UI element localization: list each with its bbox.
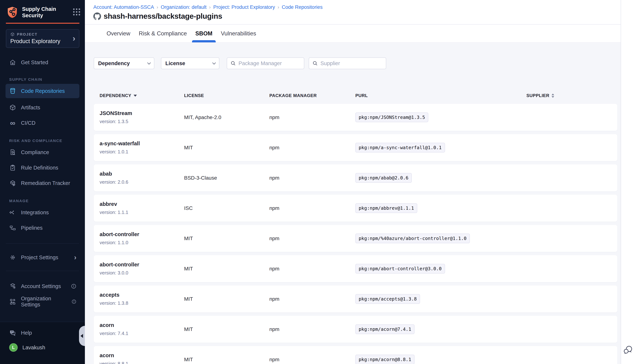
package-manager-search-input[interactable]: [239, 60, 301, 66]
purl-chip: pkg:npm/JSONStream@1.3.5: [355, 112, 428, 122]
breadcrumb-account[interactable]: Account: Automation-SSCA: [93, 4, 154, 10]
filter-bar: Dependency License: [94, 58, 621, 69]
dependency-cell: abort-controller version: 3.0.0: [100, 262, 184, 276]
sidebar-item-compliance[interactable]: Compliance: [0, 145, 85, 160]
sidebar-item-rule-definitions[interactable]: Rule Definitions: [0, 160, 85, 175]
sidebar-item-pipelines[interactable]: Pipelines: [0, 221, 85, 235]
brand: Supply Chain Security: [0, 0, 85, 19]
app-title: Supply Chain Security: [22, 6, 73, 19]
pipelines-icon: [9, 224, 16, 231]
dependency-version: version: 1.3.8: [100, 300, 184, 306]
dependency-name: JSONStream: [100, 110, 184, 116]
dependency-version: version: 1.1.0: [100, 240, 184, 246]
app-switcher-grid-icon[interactable]: [73, 8, 80, 16]
title-row: shash-harness/backstage-plugins: [93, 12, 621, 20]
sidebar-collapse-handle[interactable]: [79, 326, 85, 346]
sidebar-item-remediation-tracker[interactable]: Remediation Tracker: [0, 176, 85, 190]
breadcrumb-separator: ›: [278, 4, 279, 10]
license-cell: MIT: [184, 145, 269, 151]
dependency-cell: a-sync-waterfall version: 1.0.1: [100, 140, 184, 155]
column-header-supplier[interactable]: SUPPLIER: [526, 93, 621, 98]
tab-risk-and-compliance[interactable]: Risk & Compliance: [139, 24, 187, 42]
dependency-version: version: 8.8.1: [100, 361, 184, 364]
sidebar-item-artifacts[interactable]: Artifacts: [0, 100, 85, 115]
sidebar-item-code-repositories[interactable]: </> Code Repositories: [6, 84, 79, 98]
license-filter-dropdown[interactable]: License: [161, 58, 219, 69]
sidebar-item-organization-settings[interactable]: Organization Settings: [0, 294, 85, 309]
sidebar-item-label: Rule Definitions: [21, 165, 58, 171]
project-box-icon: [10, 32, 15, 36]
account-layers-gear-icon: [9, 283, 16, 290]
sidebar-item-get-started[interactable]: Get Started: [0, 55, 85, 70]
section-label-manage: MANAGE: [9, 199, 85, 203]
tab-overview[interactable]: Overview: [107, 24, 130, 42]
package-manager-cell: npm: [269, 114, 355, 120]
dropdown-label: Dependency: [98, 60, 130, 66]
section-label-risk-and-compliance: RISK AND COMPLIANCE: [9, 138, 85, 143]
tab-sbom[interactable]: SBOM: [195, 24, 213, 42]
project-selector[interactable]: PROJECT Product Exploratory ›: [6, 29, 79, 48]
breadcrumb-separator: ›: [209, 4, 211, 10]
table-row: acorn version: 8.8.1 MIT npm pkg:npm/aco…: [94, 346, 617, 364]
chevron-right-icon: ›: [74, 254, 76, 262]
sidebar-item-integrations[interactable]: Integrations: [0, 205, 85, 220]
dependency-name: a-sync-waterfall: [100, 140, 184, 146]
sidebar-item-label: Compliance: [21, 149, 49, 156]
project-label: PROJECT: [17, 32, 38, 36]
dependency-filter-dropdown[interactable]: Dependency: [94, 58, 154, 69]
sidebar-item-project-settings[interactable]: Project Settings ›: [0, 250, 85, 264]
dependency-name: accepts: [100, 292, 184, 298]
package-manager-search: [227, 58, 304, 69]
sidebar-footer: ? Help L Lavakush: [0, 322, 85, 364]
sidebar-item-account-settings[interactable]: Account Settings: [0, 279, 85, 293]
dependency-version: version: 7.4.1: [100, 330, 184, 336]
clipboard-check-icon: [9, 164, 16, 171]
sidebar-item-help[interactable]: ? Help: [0, 326, 85, 340]
dependency-cell: abort-controller version: 1.1.0: [100, 231, 184, 246]
supplier-search-input[interactable]: [320, 60, 382, 66]
page-title: shash-harness/backstage-plugins: [104, 12, 222, 20]
dependency-version: version: 1.1.1: [100, 210, 184, 215]
package-manager-cell: npm: [269, 326, 355, 332]
organization-tree-gear-icon: [9, 298, 16, 305]
table-header: DEPENDENCY LICENSE PACKAGE MANAGER PURL …: [94, 92, 621, 99]
dependency-cell: accepts version: 1.3.8: [100, 292, 184, 306]
dependency-name: abort-controller: [100, 262, 184, 268]
tab-bar: Overview Risk & Compliance SBOM Vulnerab…: [85, 24, 621, 42]
purl-cell: pkg:npm/abbrev@1.1.1: [355, 203, 526, 213]
dependency-version: version: 3.0.0: [100, 270, 184, 276]
home-icon: [9, 59, 16, 66]
info-icon[interactable]: [72, 299, 76, 304]
user-menu[interactable]: L Lavakush: [0, 340, 85, 355]
user-name: Lavakush: [23, 344, 45, 350]
sidebar-divider: [6, 271, 79, 271]
license-cell: MIT: [184, 266, 269, 272]
section-label-supply-chain: SUPPLY CHAIN: [9, 77, 85, 82]
dependency-cell: acorn version: 8.8.1: [100, 352, 184, 364]
breadcrumb-project[interactable]: Project: Product Exploratory: [213, 4, 275, 10]
breadcrumb-code-repositories[interactable]: Code Repositories: [282, 4, 323, 10]
feedback-chat-icon[interactable]: [623, 345, 633, 354]
sidebar-item-cicd[interactable]: ∞ CI/CD: [0, 116, 85, 130]
page-header: Account: Automation-SSCA › Organization:…: [85, 0, 621, 24]
dependency-cell: JSONStream version: 1.3.5: [100, 110, 184, 124]
sidebar-item-label: Code Repositories: [21, 88, 65, 94]
column-header-dependency[interactable]: DEPENDENCY: [100, 93, 184, 98]
remediation-box-icon: [9, 180, 16, 186]
license-cell: MIT: [184, 236, 269, 242]
avatar: L: [9, 343, 18, 352]
purl-cell: pkg:npm/abort-controller@3.0.0: [355, 264, 526, 274]
breadcrumb-organization[interactable]: Organization: default: [161, 4, 206, 10]
license-cell: MIT: [184, 296, 269, 302]
compliance-document-icon: [9, 149, 16, 156]
collapse-arrow-icon: [81, 334, 83, 338]
svg-text:</>: </>: [11, 90, 15, 92]
tab-vulnerabilities[interactable]: Vulnerabilities: [221, 24, 256, 42]
right-rail: [621, 0, 635, 364]
package-manager-cell: npm: [269, 266, 355, 272]
info-icon[interactable]: [71, 284, 76, 289]
package-manager-cell: npm: [269, 175, 355, 181]
purl-chip: pkg:npm/accepts@1.3.8: [355, 294, 420, 304]
column-header-purl: PURL: [355, 93, 526, 98]
chevron-down-icon: [212, 61, 216, 64]
